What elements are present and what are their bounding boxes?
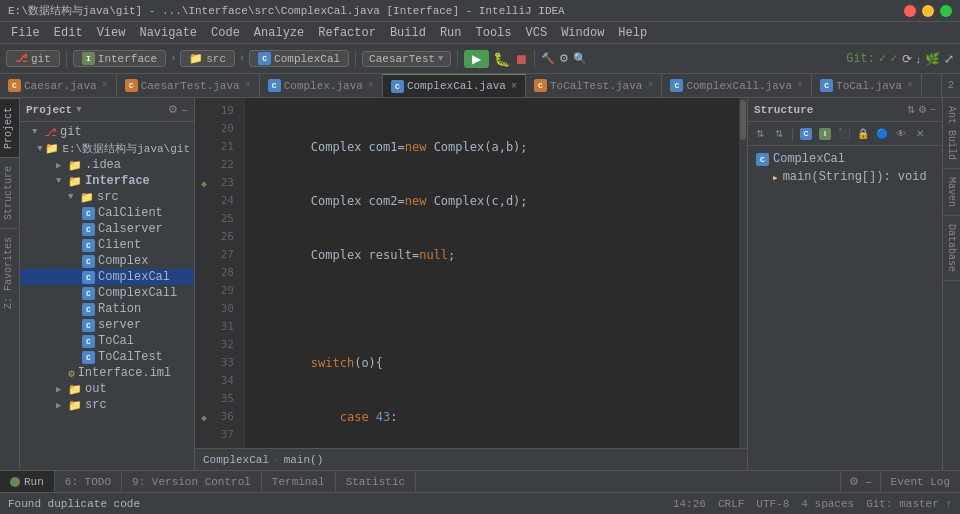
menu-item-refactor[interactable]: Refactor	[311, 24, 383, 42]
menu-item-navigate[interactable]: Navigate	[132, 24, 204, 42]
tab-complexcall[interactable]: C ComplexCall.java ×	[662, 74, 812, 97]
close-btn[interactable]	[904, 5, 916, 17]
status-linesep[interactable]: CRLF	[718, 498, 744, 510]
editor-scrollbar[interactable]	[739, 98, 747, 448]
tree-idea[interactable]: ▶ 📁 .idea	[20, 157, 194, 173]
tree-server[interactable]: C server	[20, 317, 194, 333]
tab-complexcal[interactable]: C ComplexCal.java ×	[383, 74, 526, 97]
history-button[interactable]: ⟳	[902, 52, 912, 66]
structure-complexcal[interactable]: C ComplexCal	[748, 150, 942, 168]
project-vtab[interactable]: Project	[0, 98, 19, 157]
menu-item-view[interactable]: View	[90, 24, 133, 42]
tab-complexcall-close[interactable]: ×	[797, 80, 803, 91]
tree-git[interactable]: ▼ ⎇ git	[20, 124, 194, 140]
build-button[interactable]: 🔨	[541, 52, 555, 65]
structure-vtab[interactable]: Structure	[0, 157, 19, 228]
struct-tb-eye[interactable]: 👁	[893, 126, 909, 142]
bottom-tab-run[interactable]: Run	[0, 471, 55, 492]
tab-tocaltest-close[interactable]: ×	[647, 80, 653, 91]
stop-button[interactable]: ⏹	[514, 51, 528, 67]
ant-build-panel[interactable]: Ant Build	[943, 98, 960, 169]
project-minimize-icon[interactable]: −	[182, 103, 188, 116]
status-encoding[interactable]: UTF-8	[756, 498, 789, 510]
database-panel[interactable]: Database	[943, 216, 960, 281]
bottom-tab-statistic[interactable]: Statistic	[336, 471, 416, 492]
code-content[interactable]: Complex com1=new Complex(a,b); Complex c…	[245, 98, 739, 448]
code-editor[interactable]: ◆ ◆ 19 20	[195, 98, 747, 448]
interface-badge[interactable]: I Interface	[73, 50, 166, 67]
struct-tb-c[interactable]: C	[798, 126, 814, 142]
struct-tb-filter2[interactable]: 🔒	[855, 126, 871, 142]
structure-minimize-btn[interactable]: −	[930, 104, 936, 115]
tree-ration[interactable]: C Ration	[20, 301, 194, 317]
structure-settings-btn[interactable]: ⚙	[918, 104, 927, 115]
struct-tb-filter1[interactable]: ⬛	[836, 126, 852, 142]
favorites-vtab[interactable]: Z: Favorites	[0, 228, 19, 317]
debug-button[interactable]: 🐛	[493, 51, 510, 67]
project-dropdown-icon[interactable]: ▼	[76, 105, 81, 115]
bottom-tab-todo[interactable]: 6: TODO	[55, 471, 122, 492]
bottom-minimize-btn[interactable]: −	[865, 476, 871, 488]
struct-tb-filter3[interactable]: 🔵	[874, 126, 890, 142]
menu-item-build[interactable]: Build	[383, 24, 433, 42]
structure-sort-btn[interactable]: ⇅	[907, 104, 915, 115]
maven-panel[interactable]: Maven	[943, 169, 960, 216]
status-position[interactable]: 14:26	[673, 498, 706, 510]
tab-tocal[interactable]: C ToCal.java ×	[812, 74, 922, 97]
tab-caesartest[interactable]: C CaesarTest.java ×	[117, 74, 260, 97]
fullscreen-button[interactable]: ⤢	[944, 52, 954, 66]
src-badge[interactable]: 📁 src	[180, 50, 235, 67]
menu-item-edit[interactable]: Edit	[47, 24, 90, 42]
menu-item-help[interactable]: Help	[611, 24, 654, 42]
status-git[interactable]: Git: master ↑	[866, 498, 952, 510]
tree-complexcall[interactable]: C ComplexCall	[20, 285, 194, 301]
breadcrumb-file[interactable]: ComplexCal	[203, 454, 269, 466]
tab-caesartest-close[interactable]: ×	[245, 80, 251, 91]
bottom-tab-eventlog[interactable]: Event Log	[880, 471, 960, 492]
tree-interface-iml[interactable]: ⚙ Interface.iml	[20, 365, 194, 381]
tree-tocal[interactable]: C ToCal	[20, 333, 194, 349]
git-branches-button[interactable]: 🌿	[925, 52, 940, 66]
menu-item-tools[interactable]: Tools	[469, 24, 519, 42]
tree-src[interactable]: ▼ 📁 src	[20, 189, 194, 205]
bottom-tab-vcs[interactable]: 9: Version Control	[122, 471, 262, 492]
tab-complexcal-close[interactable]: ×	[511, 81, 517, 92]
menu-item-code[interactable]: Code	[204, 24, 247, 42]
menu-item-file[interactable]: File	[4, 24, 47, 42]
tree-tocaltest[interactable]: C ToCalTest	[20, 349, 194, 365]
menu-item-analyze[interactable]: Analyze	[247, 24, 311, 42]
tree-out[interactable]: ▶ 📁 out	[20, 381, 194, 397]
settings-button[interactable]: ⚙	[559, 52, 569, 65]
search-button[interactable]: 🔍	[573, 52, 587, 65]
struct-tb-2[interactable]: ⇅	[771, 126, 787, 142]
breadcrumb-method[interactable]: main()	[284, 454, 324, 466]
tab-caesar[interactable]: C Caesar.java ×	[0, 74, 117, 97]
tab-tocal-close[interactable]: ×	[907, 80, 913, 91]
tree-calserver[interactable]: C Calserver	[20, 221, 194, 237]
tab-complex-close[interactable]: ×	[368, 80, 374, 91]
update-button[interactable]: ↓	[916, 53, 922, 65]
menu-item-window[interactable]: Window	[554, 24, 611, 42]
bottom-settings-btn[interactable]: ⚙	[849, 475, 859, 488]
tree-complex[interactable]: C Complex	[20, 253, 194, 269]
bottom-tab-terminal[interactable]: Terminal	[262, 471, 336, 492]
tab-complex[interactable]: C Complex.java ×	[260, 74, 383, 97]
run-button[interactable]: ▶	[464, 50, 489, 68]
tree-client[interactable]: C Client	[20, 237, 194, 253]
min-btn[interactable]	[922, 5, 934, 17]
struct-tb-i[interactable]: I	[817, 126, 833, 142]
tree-interface[interactable]: ▼ 📁 Interface	[20, 173, 194, 189]
project-gear-icon[interactable]: ⚙	[168, 103, 178, 116]
tree-calclient[interactable]: C CalClient	[20, 205, 194, 221]
tree-src2[interactable]: ▶ 📁 src	[20, 397, 194, 413]
max-btn[interactable]	[940, 5, 952, 17]
status-indent[interactable]: 4 spaces	[801, 498, 854, 510]
tab-tocaltest[interactable]: C ToCalTest.java ×	[526, 74, 662, 97]
tab-caesar-close[interactable]: ×	[102, 80, 108, 91]
complexcal-badge[interactable]: C ComplexCal	[249, 50, 349, 67]
menu-item-run[interactable]: Run	[433, 24, 469, 42]
structure-main[interactable]: ▸ main(String[]): void	[748, 168, 942, 186]
tree-complexcal[interactable]: C ComplexCal	[20, 269, 194, 285]
tree-root[interactable]: ▼ 📁 E:\数据结构与java\git	[20, 140, 194, 157]
menu-item-vcs[interactable]: VCS	[519, 24, 555, 42]
